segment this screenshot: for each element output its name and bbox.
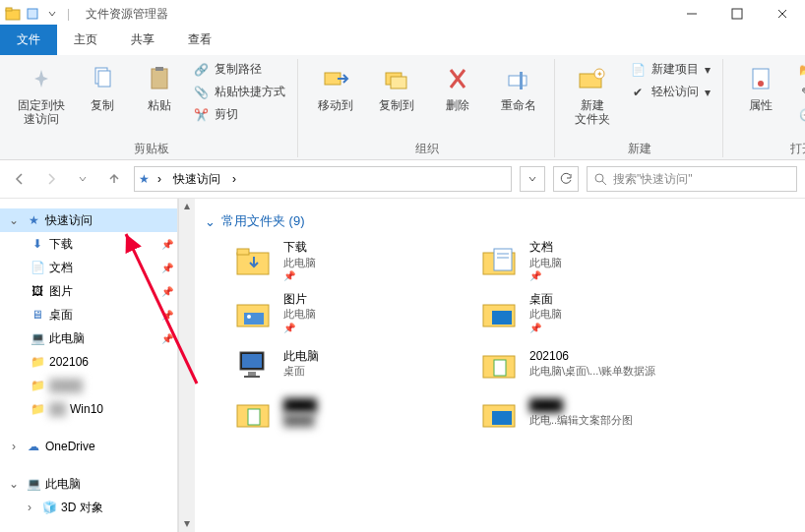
paste-icon [144,63,175,94]
item-name: 202106 [529,349,655,365]
folder-item-documents[interactable]: 文档此电脑📌 [480,240,697,282]
properties-button[interactable]: 属性 [733,59,788,139]
tree-documents[interactable]: 📄文档📌 [0,256,177,279]
ribbon-tabs: 文件 主页 共享 查看 [0,28,805,55]
tree-label: OneDrive [45,440,95,453]
titlebar: | 文件资源管理器 [0,0,805,28]
tree-label: 202106 [49,355,89,369]
chevron-right-icon[interactable]: › [22,501,37,514]
tab-home[interactable]: 主页 [57,25,114,55]
maximize-button[interactable] [714,0,760,28]
copy-button[interactable]: 复制 [75,59,130,139]
group-clipboard: 固定到快 速访问 复制 粘贴 🔗复制路径 📎粘贴快捷方式 ✂️剪切 剪贴板 [6,59,298,157]
nav-forward-button[interactable] [39,167,63,191]
tree-label: 图片 [49,283,73,300]
folder-item-desktop[interactable]: 桌面此电脑📌 [480,292,697,334]
tree-thispc[interactable]: 💻此电脑📌 [0,326,177,350]
tree-thispc-root[interactable]: ⌄💻此电脑 [0,472,177,496]
rename-icon [503,63,534,94]
section-header[interactable]: ⌄常用文件夹 (9) [205,207,795,240]
folder-item-202106[interactable]: 202106此电脑\桌面\...\账单数据源 [480,344,697,384]
pin-quickaccess-button[interactable]: 固定到快 速访问 [14,59,69,139]
folder-icon: 📁 [30,401,45,417]
sidebar-scrollbar[interactable]: ▴▾ [178,199,195,532]
moveto-button[interactable]: 移动到 [308,59,363,139]
pin-icon: 📌 [529,322,562,334]
pictures-icon: 🖼 [30,283,45,299]
pin-icon: 📌 [161,239,173,250]
delete-button[interactable]: 删除 [430,59,485,139]
folder-icon: 📁 [30,378,45,393]
cube-icon: 🧊 [41,500,57,515]
item-name: 此电脑 [283,349,319,365]
chevron-down-icon[interactable]: ⌄ [6,477,22,491]
close-button[interactable] [760,0,805,28]
search-input[interactable]: 搜索"快速访问" [587,166,797,192]
folder-item-pictures[interactable]: 图片此电脑📌 [234,292,451,334]
folder-item-blur1[interactable]: ████████ [234,393,451,433]
newfolder-icon: ✦ [577,63,608,94]
tab-view[interactable]: 查看 [171,25,228,55]
pin-icon: 📌 [529,269,562,282]
newitem-button[interactable]: 📄新建项目▾ [626,59,714,80]
tree-onedrive[interactable]: ›☁OneDrive [0,435,177,458]
qat-item-icon[interactable] [24,5,41,23]
rename-button[interactable]: 重命名 [491,59,546,139]
open-button[interactable]: 📂打开▾ [794,59,805,80]
tree-pictures[interactable]: 🖼图片📌 [0,279,177,303]
easyaccess-button[interactable]: ✔轻松访问▾ [626,82,714,102]
tree-downloads[interactable]: ⬇下载📌 [0,232,177,256]
item-name: 文档 [529,240,562,256]
folder-item-thispc[interactable]: 此电脑桌面 [234,344,451,384]
tab-file[interactable]: 文件 [0,25,57,55]
copy-icon [87,63,118,94]
nav-recent-button[interactable] [71,167,94,191]
edit-button[interactable]: ✎编辑 [794,82,805,102]
chevron-down-icon: ⌄ [205,214,216,229]
link-icon: 🔗 [193,62,209,78]
qat-dropdown-icon[interactable] [43,5,61,23]
copypath-button[interactable]: 🔗复制路径 [189,59,289,80]
nav-back-button[interactable] [8,167,31,191]
newfolder-button[interactable]: ✦新建 文件夹 [565,59,620,139]
chevron-down-icon[interactable]: ⌄ [6,213,22,227]
scroll-down-icon[interactable]: ▾ [184,516,190,532]
refresh-button[interactable] [553,166,579,192]
tree-quickaccess[interactable]: ⌄★快速访问 [0,208,177,232]
breadcrumb-sep: › [228,170,240,188]
cut-button[interactable]: ✂️剪切 [189,104,289,125]
pc-icon: 💻 [30,330,45,346]
breadcrumb-root[interactable]: 快速访问 [169,169,224,190]
address-bar[interactable]: ★ › 快速访问 › [134,166,512,192]
paste-button[interactable]: 粘贴 [136,59,183,116]
tree-3dobjects[interactable]: ›🧊3D 对象 [0,496,177,519]
scroll-up-icon[interactable]: ▴ [184,199,190,214]
tab-share[interactable]: 共享 [114,25,171,55]
tree-win10[interactable]: 📁██Win10 [0,397,177,421]
group-open: 属性 📂打开▾ ✎编辑 🕘历史记录 打开 [725,59,805,157]
item-sub: 此电脑\桌面\...\账单数据源 [529,364,655,378]
history-button[interactable]: 🕘历史记录 [794,104,805,125]
svg-rect-51 [244,376,260,378]
tree-202106[interactable]: 📁202106 [0,350,177,374]
address-dropdown-button[interactable] [520,166,545,192]
window-title: 文件资源管理器 [86,6,168,23]
svg-rect-38 [237,249,249,255]
chevron-right-icon[interactable]: › [6,440,22,453]
folder-icon: 📁 [30,354,45,370]
ribbon: 固定到快 速访问 复制 粘贴 🔗复制路径 📎粘贴快捷方式 ✂️剪切 剪贴板 移动… [0,55,805,160]
pasteshortcut-button[interactable]: 📎粘贴快捷方式 [189,82,289,102]
download-icon: ⬇ [30,236,45,252]
folder-item-blur2[interactable]: ████此电..编辑文案部分图 [480,393,697,433]
chevron-down-icon: ▾ [705,63,711,77]
minimize-button[interactable] [669,0,714,28]
tree-desktop[interactable]: 🖥桌面📌 [0,303,177,326]
group-new: ✦新建 文件夹 📄新建项目▾ ✔轻松访问▾ 新建 [557,59,723,157]
copyto-button[interactable]: 复制到 [369,59,424,139]
nav-up-button[interactable] [102,167,126,191]
pin-icon: 📌 [283,269,316,282]
tree-label: 文档 [49,260,73,276]
folder-item-downloads[interactable]: 下载此电脑📌 [234,240,451,282]
tree-blur1[interactable]: 📁████ [0,374,177,397]
properties-icon [745,63,776,94]
